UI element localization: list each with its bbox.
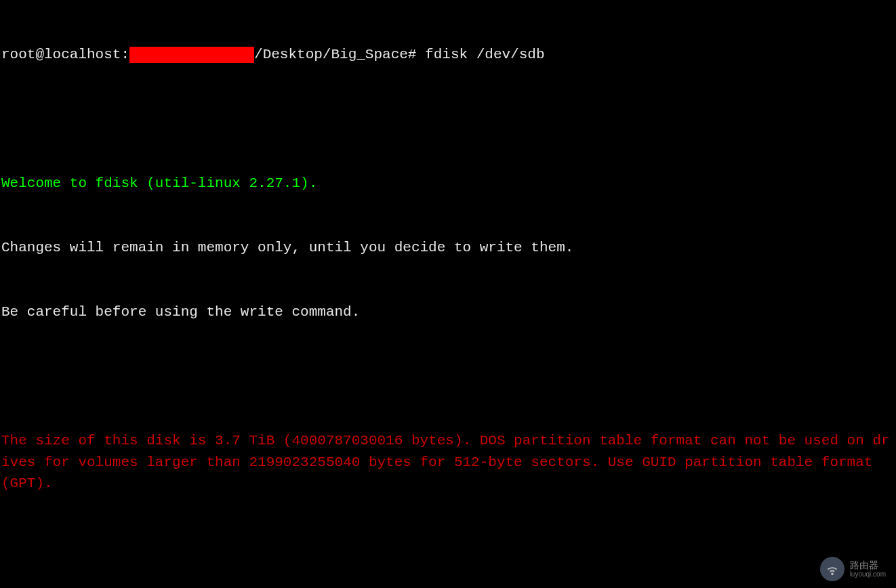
svg-point-0 — [832, 573, 833, 574]
router-icon — [820, 557, 844, 581]
blank-line — [1, 537, 895, 559]
blank-line — [1, 366, 895, 387]
watermark-text: 路由器 luyouqi.com — [850, 560, 886, 578]
terminal-output[interactable]: root@localhost:/Desktop/Big_Space# fdisk… — [1, 1, 895, 588]
redacted-block — [129, 47, 254, 63]
shell-prompt-line: root@localhost:/Desktop/Big_Space# fdisk… — [1, 44, 895, 66]
disk-size-warning: The size of this disk is 3.7 TiB (400078… — [1, 430, 895, 495]
blank-line — [1, 108, 895, 130]
welcome-message: Welcome to fdisk (util-linux 2.27.1). — [1, 173, 895, 194]
command-input: fdisk /dev/sdb — [416, 44, 544, 66]
prompt-path: /Desktop/Big_Space# — [254, 44, 416, 66]
careful-warning: Be careful before using the write comman… — [1, 301, 895, 323]
prompt-user-host: root@localhost: — [1, 44, 129, 66]
watermark: 路由器 luyouqi.com — [820, 557, 886, 581]
watermark-title: 路由器 — [850, 560, 886, 570]
memory-warning: Changes will remain in memory only, unti… — [1, 237, 895, 259]
watermark-subtitle: luyouqi.com — [850, 570, 886, 578]
